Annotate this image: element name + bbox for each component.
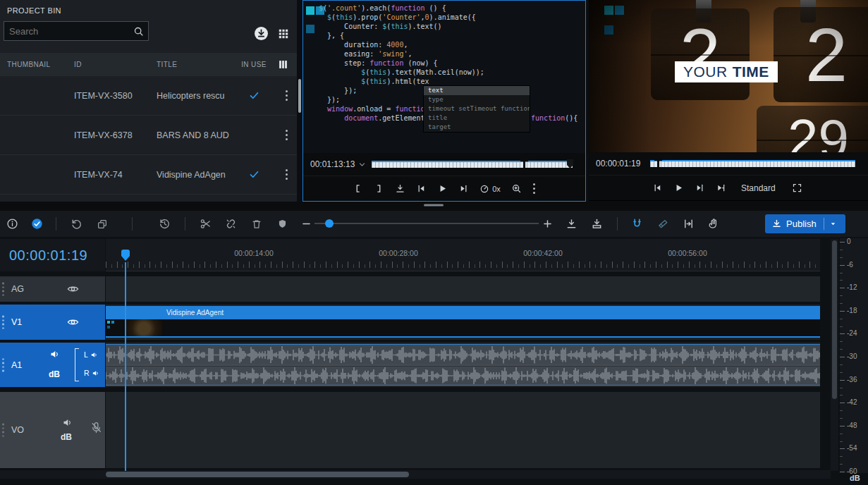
splitter-handle[interactable] bbox=[298, 79, 301, 113]
track-v1-header[interactable]: V1 bbox=[0, 305, 105, 340]
track-v1: V1 Vidispine AdAgent bbox=[0, 305, 820, 340]
splitter-grip[interactable] bbox=[424, 204, 444, 207]
horizontal-scrollbar[interactable] bbox=[0, 470, 831, 479]
speaker-icon[interactable] bbox=[62, 417, 73, 428]
vertical-scrollbar[interactable] bbox=[831, 239, 838, 471]
right-channel[interactable]: R bbox=[84, 369, 99, 377]
publish-dropdown-caret[interactable] bbox=[824, 220, 843, 228]
program-video-viewport: 2 2 29 YOUR TIME bbox=[589, 0, 868, 152]
program-scrub-bar: 00:00:01:19 bbox=[589, 152, 868, 175]
waveform-left bbox=[106, 345, 820, 364]
overwrite-icon[interactable] bbox=[587, 215, 606, 233]
playhead-handle[interactable] bbox=[121, 249, 130, 262]
track-a1-header[interactable]: A1 dB L R bbox=[0, 343, 105, 387]
column-settings-icon[interactable] bbox=[278, 59, 288, 70]
info-icon[interactable] bbox=[3, 215, 21, 233]
video-pixel-art bbox=[306, 25, 314, 33]
horizontal-scrollbar-thumb[interactable] bbox=[106, 472, 409, 477]
track-ag-content[interactable] bbox=[106, 276, 820, 302]
previous-frame-button[interactable] bbox=[651, 181, 664, 195]
db-unit-label: dB bbox=[850, 474, 860, 482]
bin-row[interactable]: ITEM-VX-6378 BARS AND 8 AUD bbox=[0, 116, 297, 155]
zoom-out-icon[interactable] bbox=[297, 215, 315, 233]
hand-pan-icon[interactable] bbox=[704, 215, 723, 233]
publish-button[interactable]: Publish bbox=[765, 214, 845, 233]
drag-handle-icon[interactable] bbox=[2, 283, 4, 296]
item-id: ITEM-VX-3580 bbox=[68, 91, 151, 101]
slip-tool-icon[interactable] bbox=[679, 215, 697, 233]
timeline-ruler[interactable]: 00:00:14:00 00:00:28:00 00:00:42:00 00:0… bbox=[106, 239, 820, 271]
timeline-zoom-slider[interactable] bbox=[314, 223, 539, 224]
video-clip[interactable]: Vidispine AdAgent bbox=[106, 306, 820, 339]
chevron-down-icon[interactable] bbox=[358, 161, 366, 168]
column-header-in-use[interactable]: IN USE bbox=[236, 61, 272, 68]
fullscreen-icon[interactable] bbox=[790, 181, 804, 195]
track-db-button[interactable]: dB bbox=[49, 369, 60, 379]
horizontal-splitter[interactable] bbox=[0, 202, 868, 211]
track-ag-header[interactable]: AG bbox=[0, 276, 105, 302]
layers-icon[interactable] bbox=[93, 215, 111, 233]
zoom-in-icon[interactable] bbox=[538, 215, 556, 233]
bin-row[interactable]: ITEM-VX-3580 Helicopters rescu bbox=[0, 76, 297, 116]
import-download-icon[interactable] bbox=[254, 26, 269, 41]
bin-row[interactable]: ITEM-VX-74 Vidispine AdAgen bbox=[0, 155, 297, 195]
insert-to-timeline-button[interactable] bbox=[393, 182, 407, 195]
visibility-eye-icon[interactable] bbox=[67, 317, 79, 329]
cut-scissors-icon[interactable] bbox=[196, 215, 214, 233]
visibility-eye-icon[interactable] bbox=[67, 283, 79, 295]
out-marker-icon[interactable] bbox=[520, 159, 528, 169]
track-vo-header[interactable]: VO dB bbox=[0, 392, 105, 468]
drag-handle-icon[interactable] bbox=[2, 358, 4, 372]
program-scrubber[interactable] bbox=[650, 160, 855, 167]
play-button[interactable] bbox=[672, 181, 685, 195]
row-menu-icon[interactable] bbox=[283, 88, 290, 103]
speaker-icon bbox=[90, 351, 98, 359]
track-v1-content[interactable]: Vidispine AdAgent bbox=[106, 305, 820, 340]
monitor-menu-icon[interactable] bbox=[531, 181, 537, 196]
next-frame-button[interactable] bbox=[457, 182, 470, 195]
playback-speed-button[interactable]: 0x bbox=[478, 183, 502, 195]
track-label: AG bbox=[11, 284, 24, 294]
left-channel[interactable]: L bbox=[84, 350, 98, 359]
history-icon[interactable] bbox=[155, 215, 173, 233]
mark-in-button[interactable] bbox=[351, 182, 365, 195]
stereo-bracket bbox=[75, 348, 79, 381]
slider-thumb[interactable] bbox=[325, 219, 334, 228]
razor-icon[interactable] bbox=[654, 215, 672, 233]
grid-view-icon[interactable] bbox=[278, 28, 289, 39]
drag-handle-icon[interactable] bbox=[2, 424, 4, 437]
microphone-muted-icon[interactable] bbox=[90, 421, 103, 434]
search-input[interactable] bbox=[9, 26, 133, 37]
track-a1-content[interactable] bbox=[106, 343, 820, 387]
track-vo-content[interactable] bbox=[106, 392, 820, 468]
audio-clip[interactable] bbox=[106, 344, 820, 386]
saved-status-icon[interactable] bbox=[27, 215, 46, 233]
unlink-icon[interactable] bbox=[221, 215, 240, 233]
playhead-marker-icon[interactable] bbox=[654, 159, 662, 168]
jump-to-end-button[interactable] bbox=[714, 181, 728, 195]
drag-handle-icon[interactable] bbox=[2, 316, 4, 329]
track-db-button[interactable]: dB bbox=[61, 432, 72, 442]
marker-icon[interactable] bbox=[273, 215, 291, 233]
row-menu-icon[interactable] bbox=[283, 167, 290, 182]
column-header-id[interactable]: ID bbox=[68, 61, 151, 68]
row-menu-icon[interactable] bbox=[283, 128, 290, 142]
vertical-scrollbar-thumb[interactable] bbox=[832, 240, 837, 399]
zoom-icon[interactable] bbox=[510, 182, 523, 195]
undo-icon[interactable] bbox=[67, 215, 85, 233]
source-timecode[interactable]: 00:01:13:13 bbox=[310, 159, 355, 169]
play-button[interactable] bbox=[436, 182, 449, 195]
snap-magnet-icon[interactable] bbox=[628, 215, 646, 233]
column-header-thumbnail[interactable]: THUMBNAIL bbox=[0, 61, 68, 68]
column-header-title[interactable]: TITLE bbox=[151, 61, 236, 68]
mark-out-button[interactable] bbox=[372, 182, 386, 195]
panel-splitter[interactable] bbox=[297, 0, 302, 206]
playhead-line[interactable] bbox=[125, 262, 126, 471]
delete-trash-icon[interactable] bbox=[247, 215, 266, 233]
insert-icon[interactable] bbox=[562, 215, 580, 233]
next-frame-button[interactable] bbox=[693, 181, 707, 195]
previous-frame-button[interactable] bbox=[415, 182, 428, 195]
quality-selector[interactable]: Standard bbox=[741, 183, 776, 193]
source-scrubber[interactable] bbox=[372, 161, 573, 168]
speaker-icon[interactable] bbox=[49, 349, 60, 360]
